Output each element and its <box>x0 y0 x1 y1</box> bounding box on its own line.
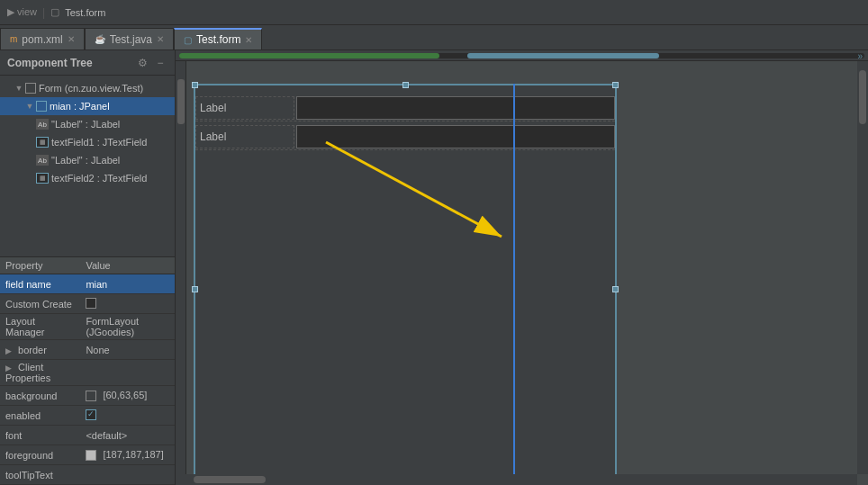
tab-testform-close[interactable]: ✕ <box>245 35 252 45</box>
tab-pom-icon: m <box>10 34 17 44</box>
design-area[interactable]: Label Label <box>186 61 857 474</box>
horizontal-scrollbar[interactable] <box>176 474 857 485</box>
prop-value-field-name[interactable]: mian <box>80 274 175 294</box>
tree-item-textfield1[interactable]: ▦ textField1 : JTextField <box>0 133 175 151</box>
tab-testform-icon: ▢ <box>184 35 192 45</box>
label-row-1: Label <box>195 94 615 121</box>
properties-panel: Property Value field name mian Custom Cr… <box>0 256 175 485</box>
prop-row-client-props[interactable]: ▶ Client Properties <box>0 360 175 386</box>
panel-icon <box>36 101 47 112</box>
tree-item-label1-label: "Label" : JLabel <box>51 119 120 130</box>
close-panel-icon[interactable]: − <box>153 56 167 70</box>
tree-expand-arrow: ▼ <box>14 84 23 93</box>
prop-value-custom-create[interactable] <box>80 294 175 314</box>
prop-row-background[interactable]: background [60,63,65] <box>0 386 175 406</box>
prop-value-client-props <box>80 360 175 386</box>
tab-testform-label: Test.form <box>196 33 240 46</box>
textfield-1[interactable] <box>296 96 615 120</box>
separator: | <box>42 6 45 19</box>
prop-row-custom-create[interactable]: Custom Create <box>0 294 175 314</box>
prop-value-foreground[interactable]: [187,187,187] <box>80 445 175 465</box>
background-color-swatch[interactable] <box>86 391 96 401</box>
horizontal-scroll-thumb <box>194 476 266 483</box>
tree-item-label2[interactable]: Ab "Label" : JLabel <box>0 151 175 169</box>
tab-bar: m pom.xml ✕ ☕ Test.java ✕ ▢ Test.form ✕ <box>0 25 868 50</box>
left-scroll-thumb <box>177 79 185 124</box>
label2-icon: Ab <box>36 155 49 166</box>
prop-name-field-name: field name <box>0 274 80 294</box>
prop-value-layout-manager[interactable]: FormLayout (JGoodies) <box>80 314 175 340</box>
form-icon <box>25 83 36 94</box>
prop-row-border[interactable]: ▶ border None <box>0 340 175 360</box>
label1-icon: Ab <box>36 119 49 130</box>
prop-value-font[interactable]: <default> <box>80 426 175 445</box>
tab-pom[interactable]: m pom.xml ✕ <box>0 28 85 49</box>
handle-top-left[interactable] <box>192 82 198 88</box>
top-scrollbar[interactable]: » <box>176 50 868 61</box>
view-icon: ▶ view <box>7 6 37 18</box>
prop-value-background[interactable]: [60,63,65] <box>80 386 175 406</box>
foreground-value-text: [187,187,187] <box>103 449 163 460</box>
border-collapse-arrow: ▶ <box>5 346 12 355</box>
label-row-2: Label <box>195 123 615 150</box>
prop-name-layout-manager: Layout Manager <box>0 314 80 340</box>
prop-name-tooltiptext: toolTipText <box>0 465 80 485</box>
prop-row-layout-manager[interactable]: Layout Manager FormLayout (JGoodies) <box>0 314 175 340</box>
tab-testjava-close[interactable]: ✕ <box>157 34 164 44</box>
custom-create-checkbox[interactable] <box>86 298 96 309</box>
prop-row-field-name[interactable]: field name mian <box>0 274 175 294</box>
tree-item-form[interactable]: ▼ Form (cn.zuo.view.Test) <box>0 79 175 97</box>
textfield1-icon: ▦ <box>36 137 49 148</box>
tree-area[interactable]: ▼ Form (cn.zuo.view.Test) ▼ mian : JPane… <box>0 76 175 256</box>
prop-name-background: background <box>0 386 80 406</box>
left-scrollbar[interactable] <box>176 61 186 474</box>
prop-value-tooltiptext[interactable] <box>80 465 175 485</box>
prop-value-enabled[interactable] <box>80 406 175 426</box>
tree-item-label2-label: "Label" : JLabel <box>51 155 120 166</box>
enabled-checkbox[interactable] <box>86 409 96 420</box>
title-filename: Test.form <box>65 7 105 18</box>
prop-name-font: font <box>0 426 80 445</box>
tab-pom-label: pom.xml <box>22 33 62 46</box>
prop-row-font[interactable]: font <default> <box>0 426 175 445</box>
tab-testjava[interactable]: ☕ Test.java ✕ <box>85 28 174 49</box>
handle-mid-left[interactable] <box>192 286 198 292</box>
background-value-text: [60,63,65] <box>103 390 147 400</box>
tab-testjava-label: Test.java <box>110 33 152 46</box>
label-1: Label <box>195 96 294 120</box>
component-tree-header: Component Tree ⚙ − <box>0 50 175 76</box>
tree-item-textfield2-label: textField2 : JTextField <box>51 173 147 184</box>
canvas-content[interactable]: Label Label <box>176 61 857 474</box>
vertical-scrollbar[interactable] <box>857 61 868 474</box>
handle-mid-right[interactable] <box>612 286 619 292</box>
prop-row-enabled[interactable]: enabled <box>0 406 175 426</box>
prop-name-enabled: enabled <box>0 406 80 426</box>
tab-testform[interactable]: ▢ Test.form ✕ <box>174 28 262 49</box>
tree-item-mian[interactable]: ▼ mian : JPanel <box>0 97 175 115</box>
tab-pom-close[interactable]: ✕ <box>68 34 75 44</box>
component-tree-title: Component Tree <box>7 57 93 69</box>
scroll-thumb-top <box>467 53 659 58</box>
textfield2-icon: ▦ <box>36 173 49 184</box>
foreground-color-swatch[interactable] <box>86 450 96 461</box>
prop-row-foreground[interactable]: foreground [187,187,187] <box>0 445 175 465</box>
textfield-2[interactable] <box>296 125 615 148</box>
scroll-right-arrow[interactable]: » <box>857 50 863 60</box>
handle-top-center[interactable] <box>402 82 409 88</box>
prop-row-tooltiptext[interactable]: toolTipText <box>0 465 175 485</box>
prop-name-client-props: ▶ Client Properties <box>0 360 80 386</box>
progress-bar <box>179 53 439 58</box>
tree-item-mian-label: mian : JPanel <box>50 101 110 112</box>
gear-icon[interactable]: ⚙ <box>135 56 149 70</box>
handle-top-right[interactable] <box>612 82 619 88</box>
selected-panel[interactable]: Label Label <box>194 84 617 474</box>
blue-vertical-line <box>513 84 515 474</box>
right-panel: » <box>176 50 868 485</box>
component-tree-icons: ⚙ − <box>135 56 167 70</box>
tree-item-textfield1-label: textField1 : JTextField <box>51 137 147 148</box>
tree-item-textfield2[interactable]: ▦ textField2 : JTextField <box>0 169 175 187</box>
tree-item-label1[interactable]: Ab "Label" : JLabel <box>0 115 175 133</box>
prop-name-border: ▶ border <box>0 340 80 360</box>
title-bar: ▶ view | ▢ Test.form <box>0 0 868 25</box>
file-icon: ▢ <box>50 6 59 18</box>
